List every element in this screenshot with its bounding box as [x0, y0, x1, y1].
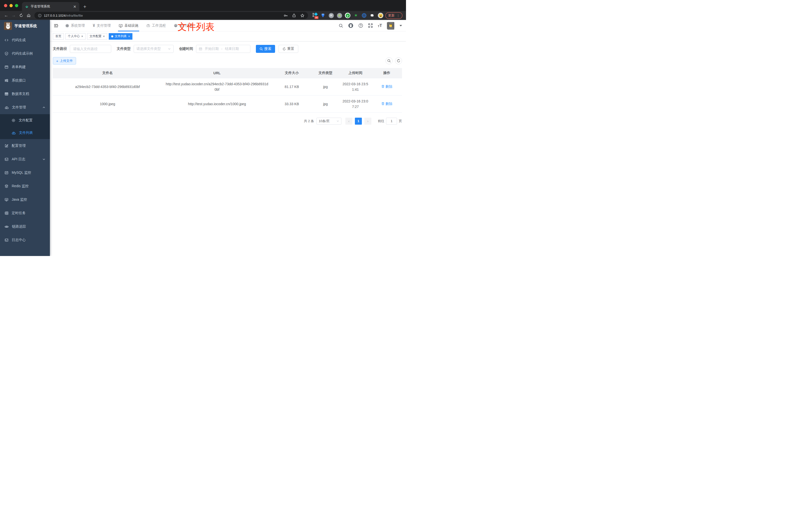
sidebar-item-log-center[interactable]: 日志中心 — [0, 233, 50, 247]
fullscreen-icon[interactable] — [368, 23, 373, 28]
sidebar-item-tracing[interactable]: 链路追踪 — [0, 220, 50, 233]
sidebar-item-label: 文件列表 — [19, 131, 33, 135]
page-size-select[interactable]: 10条/页 — [316, 118, 341, 125]
calendar-icon — [199, 47, 202, 51]
browser-menu-icon[interactable]: ⋮ — [397, 14, 400, 18]
home-icon[interactable] — [25, 13, 32, 18]
file-type-select[interactable]: 请选择文件类型 — [134, 45, 174, 53]
share-icon[interactable] — [292, 13, 296, 18]
sidebar-item-form-build[interactable]: 表单构建 — [0, 60, 50, 74]
password-key-icon[interactable] — [284, 13, 288, 18]
sidebar-item-label: API 日志 — [12, 157, 25, 161]
edit-square-icon — [4, 144, 8, 148]
sidebar-item-label: MySQL 监控 — [12, 171, 31, 175]
log-edit-icon — [4, 157, 8, 161]
cell-file-name: 1000.jpeg — [53, 95, 162, 113]
tab-close-icon[interactable]: ✕ — [73, 5, 76, 8]
rings-icon[interactable] — [361, 13, 367, 18]
sidebar-item-mysql-monitor[interactable]: MySQL 监控 — [0, 166, 50, 179]
dashboard-icon — [174, 24, 178, 27]
upload-file-button[interactable]: + 上传文件 — [53, 57, 76, 65]
user-avatar-qr[interactable] — [387, 22, 395, 29]
site-info-icon[interactable] — [38, 14, 42, 18]
refresh-table-button[interactable] — [395, 57, 402, 64]
tag-profile[interactable]: 个人中心 × — [65, 33, 86, 40]
gem-icon[interactable] — [320, 13, 326, 18]
sidebar-item-api-log[interactable]: API 日志 — [0, 153, 50, 166]
address-bar[interactable]: 127.0.0.1:1024/infra/file/file — [34, 12, 308, 19]
y-circle-icon[interactable]: y — [345, 13, 350, 18]
bookmark-star-icon[interactable] — [300, 13, 304, 18]
current-page-button[interactable]: 1 — [355, 118, 362, 125]
nav-payment-manage[interactable]: ¥ 支付管理 — [92, 20, 111, 31]
github-icon[interactable] — [348, 23, 353, 28]
sidebar-item-file-list[interactable]: 文件列表 — [0, 127, 50, 139]
tag-close-icon[interactable]: × — [128, 35, 130, 38]
puzzle-icon[interactable] — [370, 13, 375, 18]
goto-page-input[interactable] — [386, 118, 397, 125]
search-icon[interactable] — [339, 24, 343, 28]
sidebar-collapse-icon[interactable] — [54, 24, 59, 28]
tag-close-icon[interactable]: × — [81, 35, 83, 38]
sidebar-item-code-gen-demo[interactable]: 代码生成示例 — [0, 47, 50, 60]
sidebar-item-scheduled-jobs[interactable]: 定时任务 — [0, 206, 50, 220]
sidebar-item-redis-monitor[interactable]: Redis 监控 — [0, 179, 50, 193]
tag-close-icon[interactable]: × — [103, 35, 105, 38]
chevron-down-icon — [42, 158, 46, 161]
delete-link[interactable]: 删除 — [381, 101, 393, 107]
code-icon — [4, 38, 8, 42]
sidebar-item-label: 系统接口 — [12, 78, 26, 83]
update-label: 更新 — [388, 13, 395, 18]
cell-file-name: a294ecb2-73dd-4353-bf40-296b8931d0bf — [53, 78, 162, 95]
prev-page-button[interactable]: ‹ — [345, 118, 352, 125]
reload-icon[interactable] — [18, 13, 25, 18]
search-button[interactable]: 搜索 — [256, 45, 275, 53]
back-icon[interactable]: ← — [2, 13, 10, 18]
toggle-search-button[interactable] — [385, 57, 393, 64]
browser-tab[interactable]: 芋道管理系统 ✕ — [22, 2, 79, 11]
sidebar-item-db-doc[interactable]: 数据库文档 — [0, 87, 50, 101]
date-start-placeholder: 开始日期 — [205, 47, 219, 51]
rabbit-avatar — [4, 22, 12, 30]
sidebar-item-config-manage[interactable]: 配置管理 — [0, 139, 50, 153]
date-range-input[interactable]: 开始日期 - 结束日期 — [196, 45, 251, 53]
browser-update-button[interactable]: 更新 ⋮ — [385, 12, 403, 19]
reset-button-label: 重置 — [287, 47, 294, 51]
search-button-label: 搜索 — [264, 47, 271, 51]
tag-label: 文件配置 — [90, 34, 102, 38]
app-logo[interactable]: 芋道管理系统 — [0, 20, 50, 32]
zoom-window-button[interactable] — [15, 4, 18, 7]
nav-system-manage[interactable]: 系统管理 — [65, 20, 85, 31]
nav-workflow[interactable]: 工作流程 — [146, 20, 166, 31]
command-circle-icon[interactable]: ⌘ — [328, 13, 334, 18]
tag-home[interactable]: 首页 — [53, 33, 64, 40]
emoji-icon[interactable] — [378, 13, 383, 18]
next-page-button[interactable]: › — [364, 118, 371, 125]
forward-icon[interactable]: → — [10, 13, 18, 18]
help-icon[interactable] — [358, 23, 363, 28]
text-size-icon[interactable]: TT — [378, 24, 382, 28]
file-path-label: 文件路径 — [53, 47, 67, 51]
dot-circle-icon[interactable] — [337, 13, 342, 18]
sidebar-item-code-gen[interactable]: 代码生成 — [0, 33, 50, 47]
avatar-caret-icon[interactable] — [400, 25, 402, 26]
sidebar-item-file-manage[interactable]: 文件管理 — [0, 101, 50, 114]
tag-file-config[interactable]: 文件配置 × — [87, 33, 107, 40]
nav-infrastructure[interactable]: 基础设施 — [118, 20, 139, 31]
sidebar-item-system-api[interactable]: 系统接口 — [0, 74, 50, 87]
minimize-window-button[interactable] — [9, 4, 13, 7]
search-icon — [387, 59, 391, 63]
new-tab-button[interactable]: + — [83, 4, 86, 9]
nav-label: 工作流程 — [152, 24, 166, 28]
star-ext-icon[interactable]: ✶ — [353, 13, 358, 18]
reset-button[interactable]: 重置 — [279, 45, 298, 53]
file-manage-submenu: 文件配置 文件列表 — [0, 114, 50, 139]
sidebar-item-file-config[interactable]: 文件配置 — [0, 114, 50, 127]
file-path-input[interactable] — [70, 45, 111, 53]
tampermonkey-icon[interactable]: 11 — [312, 13, 317, 18]
delete-link[interactable]: 删除 — [381, 84, 393, 89]
eye-icon — [4, 224, 9, 229]
tag-file-list[interactable]: 文件列表 × — [109, 33, 133, 40]
close-window-button[interactable] — [4, 4, 7, 7]
sidebar-item-java-monitor[interactable]: Java 监控 — [0, 193, 50, 206]
